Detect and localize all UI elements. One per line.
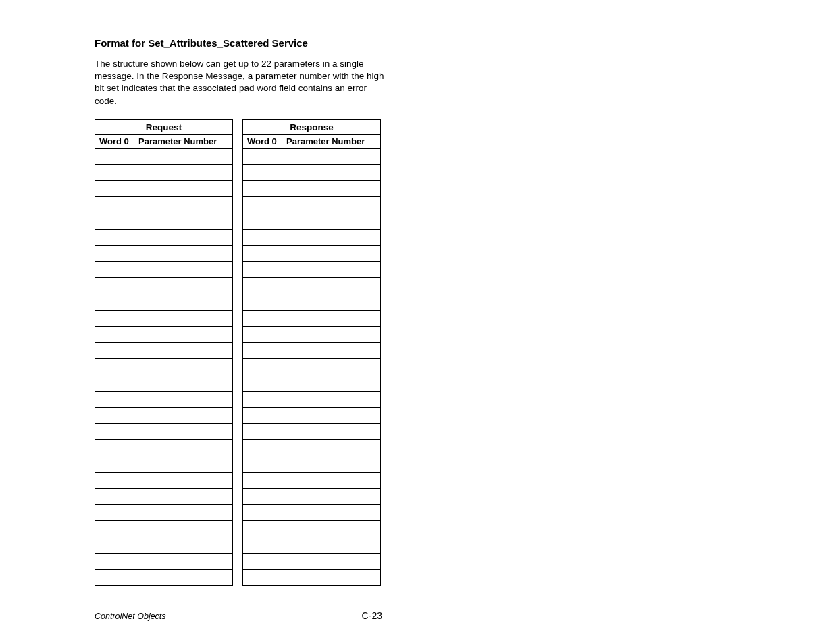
word-cell — [95, 196, 134, 213]
param-cell — [134, 196, 233, 213]
param-cell — [134, 439, 233, 456]
table-row — [243, 294, 381, 310]
word-cell — [95, 553, 134, 569]
word-cell — [95, 213, 134, 229]
table-row — [243, 375, 381, 391]
table-row — [95, 553, 233, 569]
request-col-param: Parameter Number — [134, 134, 233, 148]
param-cell — [282, 520, 381, 537]
table-row — [243, 537, 381, 553]
word-cell — [95, 504, 134, 520]
param-cell — [282, 310, 381, 326]
param-cell — [282, 569, 381, 585]
response-col-param: Parameter Number — [282, 134, 381, 148]
word-cell — [243, 391, 282, 407]
param-cell — [282, 196, 381, 213]
table-row — [95, 213, 233, 229]
param-cell — [134, 148, 233, 164]
word-cell — [243, 472, 282, 488]
table-row — [243, 213, 381, 229]
word-cell — [95, 472, 134, 488]
word-cell — [243, 456, 282, 472]
word-cell — [243, 294, 282, 310]
word-cell — [243, 488, 282, 504]
param-cell — [134, 456, 233, 472]
word-cell — [243, 439, 282, 456]
table-row — [243, 488, 381, 504]
table-row — [95, 164, 233, 180]
table-row — [243, 391, 381, 407]
param-cell — [134, 294, 233, 310]
param-cell — [282, 342, 381, 358]
word-cell — [95, 391, 134, 407]
word-cell — [95, 488, 134, 504]
response-col-word: Word 0 — [243, 134, 282, 148]
param-cell — [282, 391, 381, 407]
word-cell — [243, 277, 282, 294]
param-cell — [134, 472, 233, 488]
table-row — [95, 277, 233, 294]
table-row — [243, 407, 381, 423]
table-row — [95, 537, 233, 553]
param-cell — [134, 358, 233, 375]
param-cell — [134, 310, 233, 326]
word-cell — [95, 326, 134, 342]
param-cell — [282, 439, 381, 456]
param-cell — [282, 472, 381, 488]
word-cell — [243, 213, 282, 229]
request-col-word: Word 0 — [95, 134, 134, 148]
table-row — [95, 391, 233, 407]
param-cell — [282, 553, 381, 569]
table-row — [243, 277, 381, 294]
table-row — [243, 326, 381, 342]
word-cell — [95, 164, 134, 180]
word-cell — [243, 261, 282, 277]
word-cell — [95, 537, 134, 553]
table-row — [243, 342, 381, 358]
param-cell — [134, 520, 233, 537]
word-cell — [95, 569, 134, 585]
word-cell — [95, 407, 134, 423]
table-row — [95, 439, 233, 456]
table-row — [95, 261, 233, 277]
response-table: Response Word 0 Parameter Number — [242, 119, 381, 586]
param-cell — [282, 375, 381, 391]
param-cell — [134, 407, 233, 423]
table-row — [95, 245, 233, 261]
param-cell — [282, 294, 381, 310]
param-cell — [134, 326, 233, 342]
table-row — [243, 553, 381, 569]
param-cell — [134, 504, 233, 520]
param-cell — [134, 164, 233, 180]
table-row — [95, 148, 233, 164]
section-heading: Format for Set_Attributes_Scattered Serv… — [95, 37, 739, 49]
table-row — [95, 569, 233, 585]
footer-left-text: ControlNet Objects — [95, 612, 166, 621]
table-row — [243, 245, 381, 261]
param-cell — [134, 488, 233, 504]
param-cell — [282, 488, 381, 504]
table-row — [95, 342, 233, 358]
word-cell — [243, 310, 282, 326]
word-cell — [243, 180, 282, 196]
word-cell — [243, 196, 282, 213]
param-cell — [134, 537, 233, 553]
param-cell — [134, 180, 233, 196]
word-cell — [243, 375, 282, 391]
response-table-title: Response — [243, 119, 381, 134]
param-cell — [134, 391, 233, 407]
param-cell — [282, 261, 381, 277]
word-cell — [243, 148, 282, 164]
table-row — [95, 407, 233, 423]
param-cell — [282, 358, 381, 375]
table-row — [95, 375, 233, 391]
word-cell — [95, 261, 134, 277]
param-cell — [282, 180, 381, 196]
table-row — [95, 326, 233, 342]
table-row — [243, 229, 381, 245]
table-row — [243, 472, 381, 488]
param-cell — [134, 342, 233, 358]
table-row — [95, 456, 233, 472]
table-row — [243, 439, 381, 456]
word-cell — [243, 504, 282, 520]
